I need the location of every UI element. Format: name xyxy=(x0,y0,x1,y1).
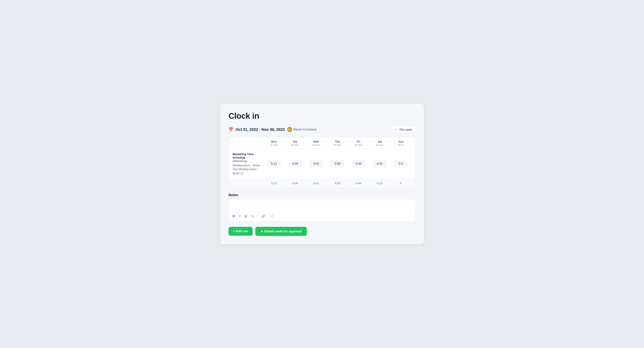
time-value-tue: 4:34 xyxy=(288,160,302,167)
col-header-wed: Wed 02 Nov xyxy=(306,140,327,146)
schedule-row: Marketing Time Schedule (Marketing) Work… xyxy=(229,149,415,179)
col-header-mon: Mon 31 Oct xyxy=(263,140,284,146)
user-name: Eloise Constaine xyxy=(294,128,316,131)
notes-toolbar: B I U ≡ 🔗 📄 xyxy=(232,212,412,219)
notes-editor[interactable]: B I U ≡ 🔗 📄 xyxy=(228,199,416,221)
calendar-icon: 📅 xyxy=(228,127,233,132)
time-value-sun: 5:0 xyxy=(394,160,408,167)
col-header-fri: Fri 04 Nov xyxy=(348,140,369,146)
time-cell-fri[interactable]: 4:44 xyxy=(348,160,369,167)
chevron-left-icon[interactable]: ‹ xyxy=(394,127,398,132)
table-header: Mon 31 Oct Tue 01 Nov Wed 02 Nov Thu 03 … xyxy=(229,137,415,149)
notes-content[interactable] xyxy=(232,202,412,210)
total-wed: 5:01 xyxy=(306,182,327,185)
avatar: EC xyxy=(287,127,292,132)
totals-row: 5:12 4:34 5:01 3:59 4:44 4:32 5: xyxy=(229,179,415,188)
bold-button[interactable]: B xyxy=(232,214,236,218)
clock-in-card: Clock in 📅 Oct 31, 2022 - Nov 06, 2022 E… xyxy=(220,104,424,244)
date-bar-left: 📅 Oct 31, 2022 - Nov 06, 2022 EC Eloise … xyxy=(228,127,316,132)
italic-button[interactable]: I xyxy=(239,214,241,218)
time-value-thu: 3:59 xyxy=(331,160,344,167)
date-range: Oct 31, 2022 - Nov 06, 2022 xyxy=(236,127,285,132)
time-value-wed: 5:01 xyxy=(310,160,323,167)
action-bar: + Add row ➤ Submit week for approval xyxy=(228,227,416,236)
submit-button[interactable]: ➤ Submit week for approval xyxy=(255,227,307,236)
total-tue: 4:34 xyxy=(284,182,306,185)
doc-button[interactable]: 📄 xyxy=(269,214,274,219)
add-row-button[interactable]: + Add row xyxy=(228,227,252,236)
col-header-sun: Sun 06 N xyxy=(390,140,412,146)
time-cell-wed[interactable]: 5:01 xyxy=(306,160,327,167)
col-header-thu: Thu 03 Nov xyxy=(327,140,348,146)
col-header-sat: Sat 05 Nov xyxy=(369,140,390,146)
total-sat: 4:32 xyxy=(369,182,390,185)
week-nav[interactable]: ‹ This week xyxy=(391,126,416,133)
header-label-col xyxy=(232,140,263,146)
time-cell-sun[interactable]: 5:0 xyxy=(390,160,412,167)
notes-label: Notes xyxy=(228,193,416,197)
schedule-name: Marketing Time Schedule xyxy=(232,152,254,159)
col-header-tue: Tue 01 Nov xyxy=(284,140,306,146)
total-mon: 5:12 xyxy=(263,182,284,185)
schedule-tag: (Marketing) xyxy=(232,159,247,163)
date-bar: 📅 Oct 31, 2022 - Nov 06, 2022 EC Eloise … xyxy=(228,126,416,133)
total-fri: 4:44 xyxy=(348,182,369,185)
total-sun: 5: xyxy=(390,182,412,185)
time-table: Mon 31 Oct Tue 01 Nov Wed 02 Nov Thu 03 … xyxy=(228,137,416,188)
total-thu: 3:59 xyxy=(327,182,348,185)
underline-button[interactable]: U xyxy=(244,214,248,218)
time-value-fri: 4:44 xyxy=(352,160,365,167)
totals-label-col xyxy=(232,182,263,185)
schedule-desc: Working Hours - Share Your Working Hours… xyxy=(232,163,260,175)
time-cell-sat[interactable]: 4:32 xyxy=(369,160,390,167)
time-cell-tue[interactable]: 4:34 xyxy=(284,160,306,167)
list-button[interactable]: ≡ xyxy=(251,214,254,218)
time-cell-mon[interactable]: 5:12 xyxy=(263,160,284,167)
notes-section: Notes B I U ≡ 🔗 📄 xyxy=(228,193,416,221)
time-value-sat: 4:32 xyxy=(373,160,386,167)
toolbar-separator xyxy=(257,215,258,218)
link-button[interactable]: 🔗 xyxy=(261,214,266,219)
time-cell-thu[interactable]: 3:59 xyxy=(327,160,348,167)
time-value-mon: 5:12 xyxy=(267,160,280,167)
this-week-label: This week xyxy=(399,128,412,131)
user-badge: EC Eloise Constaine xyxy=(287,127,316,132)
row-label: Marketing Time Schedule (Marketing) Work… xyxy=(232,152,263,175)
page-title: Clock in xyxy=(228,111,416,121)
